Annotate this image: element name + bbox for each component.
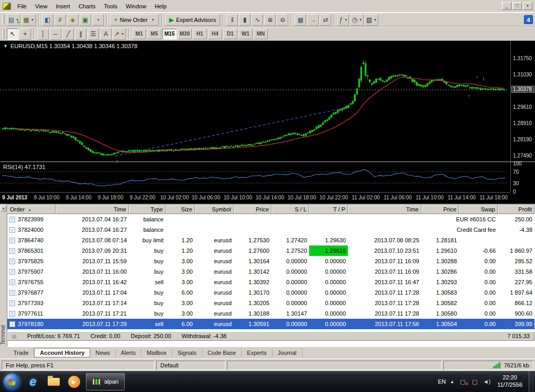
period-h4[interactable]: H4 xyxy=(208,29,222,39)
history-row[interactable]: ↓379781802013.07.11 17:29sell6.00eurusd1… xyxy=(7,319,534,329)
period-h1[interactable]: H1 xyxy=(193,29,207,39)
tray-volume-icon[interactable]: ◄) xyxy=(483,378,491,386)
period-m30[interactable]: M30 xyxy=(178,29,192,39)
tab-journal[interactable]: Journal xyxy=(272,348,302,357)
column-header-profit[interactable]: Profit xyxy=(498,205,534,214)
zoom-out-button[interactable]: ⊖ xyxy=(277,14,288,26)
toolbar-grip[interactable] xyxy=(3,15,4,25)
history-row[interactable]: ↑379776112013.07.11 17:21buy3.00eurusd1.… xyxy=(7,308,534,319)
menu-file[interactable]: File xyxy=(13,2,31,11)
taskbar-app-alpari[interactable]: alpari xyxy=(86,373,125,390)
period-d1[interactable]: D1 xyxy=(223,29,237,39)
period-m5[interactable]: M5 xyxy=(147,29,161,39)
column-header-price[interactable]: Price xyxy=(421,205,459,214)
tile-windows-button[interactable]: ▦ xyxy=(294,14,306,26)
trendline-button[interactable]: ╱ xyxy=(62,28,74,40)
column-header-type[interactable]: Type xyxy=(129,205,166,214)
cursor-button[interactable]: ↖ xyxy=(7,28,18,40)
candlestick-button[interactable]: ▮ xyxy=(239,14,250,26)
chart-shift-button[interactable]: ⇄ xyxy=(320,14,331,26)
explorer-folder-icon[interactable] xyxy=(44,372,63,391)
time-axis[interactable]: 9 Jul 20139 Jul 10:009 Jul 14:009 Jul 18… xyxy=(0,192,510,204)
column-header-size[interactable]: Size xyxy=(166,205,195,214)
history-row[interactable]: ↓378240002013.07.04 16:27balanceCredit C… xyxy=(7,225,534,235)
maximize-button[interactable]: □ xyxy=(512,2,522,10)
fibonacci-button[interactable]: ☰ xyxy=(88,28,99,40)
tab-mailbox[interactable]: Mailbox xyxy=(141,348,172,357)
start-button[interactable] xyxy=(1,371,22,392)
column-header-swap[interactable]: Swap xyxy=(459,205,498,214)
tab-code-base[interactable]: Code Base xyxy=(202,348,242,357)
tab-news[interactable]: News xyxy=(90,348,116,357)
column-header-s-l[interactable]: S / L xyxy=(271,205,309,214)
market-watch-button[interactable]: ◧ xyxy=(42,14,53,26)
equidistant-channel-button[interactable]: ∥ xyxy=(75,28,86,40)
bar-chart-button[interactable]: ‖ xyxy=(226,14,238,26)
tab-trade[interactable]: Trade xyxy=(8,348,34,357)
line-chart-button[interactable]: ∿ xyxy=(252,14,263,26)
tab-experts[interactable]: Experts xyxy=(242,348,272,357)
period-m15[interactable]: M15 xyxy=(162,29,177,39)
toolbar-grip[interactable] xyxy=(3,29,4,39)
tray-display-icon[interactable]: ▢ xyxy=(471,378,479,386)
zoom-in-button[interactable]: ⊕ xyxy=(264,14,276,26)
data-window-button[interactable]: # xyxy=(54,14,66,26)
new-order-button[interactable]: +New Order▼ xyxy=(110,14,159,26)
history-row[interactable]: ↑378239992013.07.04 16:27balanceEUR #601… xyxy=(7,214,534,225)
taskbar-clock[interactable]: 22:20 11/7/2556 xyxy=(497,374,522,389)
profiles-button[interactable]: ▦▼ xyxy=(21,14,35,26)
menu-view[interactable]: View xyxy=(31,2,52,11)
terminal-button[interactable]: ▣ xyxy=(80,14,91,26)
column-header-symbol[interactable]: Symbol xyxy=(195,205,234,214)
history-row[interactable]: ↑378653012013.07.09 20:31buy1.20eurusd1.… xyxy=(7,245,534,256)
periods-list-button[interactable]: ◷▼ xyxy=(350,14,363,26)
period-m1[interactable]: M1 xyxy=(132,29,146,39)
hidden-icons-chevron[interactable]: ▲ xyxy=(450,379,454,384)
tab-account-history[interactable]: Account History xyxy=(34,348,90,357)
column-header-price[interactable]: Price xyxy=(234,205,271,214)
strategy-tester-button[interactable]: ◔ xyxy=(92,14,104,26)
internet-explorer-icon[interactable]: e xyxy=(24,372,42,391)
menu-charts[interactable]: Charts xyxy=(74,2,100,11)
price-chart[interactable]: ↑↑↓↓ xyxy=(0,41,535,204)
arrows-button[interactable]: ↗▼ xyxy=(113,28,126,40)
column-header-t-p[interactable]: T / P xyxy=(309,205,348,214)
menu-insert[interactable]: Insert xyxy=(51,2,74,11)
terminal-close-button[interactable]: × xyxy=(1,206,6,211)
history-row[interactable]: ↓379767552013.07.11 16:42sell3.00eurusd1… xyxy=(7,277,534,287)
app-icon[interactable] xyxy=(3,3,11,10)
column-header-time[interactable]: Time xyxy=(348,205,421,214)
expert-advisors-button[interactable]: ▶Expert Advisors xyxy=(165,14,221,26)
history-row[interactable]: ↑379768772013.07.11 17:04buy6.00eurusd1.… xyxy=(7,287,534,298)
mt4-notification-badge[interactable]: 4 xyxy=(524,15,533,24)
menu-window[interactable]: Window xyxy=(122,2,150,11)
tab-signals[interactable]: Signals xyxy=(172,348,202,357)
templates-button[interactable]: ▧▼ xyxy=(365,14,378,26)
menu-tools[interactable]: Tools xyxy=(100,2,122,11)
vertical-line-button[interactable]: │ xyxy=(37,28,49,40)
period-w1[interactable]: W1 xyxy=(238,29,253,39)
column-header-time[interactable]: Time xyxy=(56,205,129,214)
chart-window[interactable]: ↑↑↓↓ ▼ EURUSD,M15 1.30354 1.30438 1.3034… xyxy=(0,41,535,204)
show-desktop-button[interactable] xyxy=(529,371,534,392)
menu-help[interactable]: Help xyxy=(150,2,171,11)
media-player-icon[interactable]: ▶ xyxy=(64,372,83,391)
price-scale[interactable]: 1.30378 1.317501.310301.296101.289101.28… xyxy=(510,41,535,192)
column-header-order[interactable]: Order▲ xyxy=(7,205,56,214)
status-profile[interactable]: Default xyxy=(156,361,225,370)
close-button[interactable]: × xyxy=(523,2,532,10)
horizontal-line-button[interactable]: ─ xyxy=(50,28,61,40)
navigator-button[interactable]: ◈ xyxy=(67,14,79,26)
history-row[interactable]: ↑379758252013.07.11 15:59buy3.00eurusd1.… xyxy=(7,256,534,266)
history-row[interactable]: ↑379773932013.07.11 17:14buy3.00eurusd1.… xyxy=(7,298,534,308)
period-mn[interactable]: MN xyxy=(254,29,268,39)
history-row[interactable]: ↑378647402013.07.08 07:14buy limit1.20eu… xyxy=(7,235,534,245)
text-button[interactable]: A xyxy=(100,28,112,40)
auto-scroll-button[interactable]: → xyxy=(307,14,319,26)
history-row[interactable]: ↑379759072013.07.11 16:00buy3.00eurusd1.… xyxy=(7,266,534,277)
new-chart-button[interactable]: ▤+▼ xyxy=(7,14,20,26)
minimize-button[interactable]: _ xyxy=(502,2,511,10)
crosshair-button[interactable]: + xyxy=(19,28,31,40)
tab-alerts[interactable]: Alerts xyxy=(116,348,141,357)
language-indicator[interactable]: EN xyxy=(438,378,446,385)
